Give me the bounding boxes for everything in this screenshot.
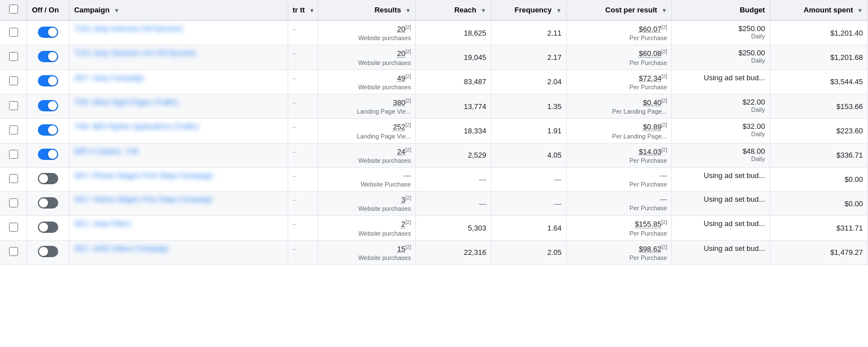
campaign-name[interactable]: T101 Jeep Stacked LA4 CM Dynamic [74,49,221,57]
select-all-checkbox[interactable] [9,5,18,14]
campaign-cell: 401+ Videos Wagon First Steps Campaign [70,191,288,215]
frequency-cell: 1.35 [491,94,566,118]
row-toggle-cell [27,167,70,191]
results-sort-icon[interactable]: ▼ [405,7,411,14]
campaign-name[interactable]: 401+ Jeep Filters [74,219,221,228]
row-checkbox[interactable] [9,247,18,256]
row-toggle-cell [27,20,70,45]
campaign-toggle[interactable] [38,149,58,160]
frequency-sort-icon[interactable]: ▼ [556,7,562,14]
campaign-toggle[interactable] [38,100,58,111]
reach-cell: 2,529 [416,143,491,167]
results-value: 15 [397,245,405,253]
campaign-toggle[interactable] [38,75,58,86]
budget-cell: Using ad set bud... [672,70,770,94]
row-checkbox[interactable] [9,125,18,135]
cost-badge: [2] [661,73,667,79]
results-header-label: Results [375,6,401,14]
row-checkbox[interactable] [9,198,18,207]
row-checkbox[interactable] [9,52,18,61]
row-toggle-cell [27,45,70,70]
campaign-name[interactable]: T48+ Meta Night Pages (Traffic) [74,98,221,106]
amount-spent-cell: $0.00 [770,167,867,191]
results-badge: [2] [405,24,411,30]
results-cell: 20[2]Website purchases [318,45,415,70]
amount-spent-value: $1,201.40 [830,29,863,37]
campaign-toggle[interactable] [38,246,58,257]
cost-per-result-cell: $0.89[2]Per Landing Page... [566,119,672,143]
row-checkbox[interactable] [9,223,18,232]
campaign-sort-icon[interactable]: ▼ [114,7,120,14]
campaign-toggle[interactable] [38,222,58,233]
cost-per-result-cell: $72.34[2]Per Purchase [566,70,672,94]
budget-header-label: Budget [740,6,765,14]
amount-sort-icon[interactable]: ▼ [857,7,863,14]
frequency-cell: 2.04 [491,70,566,94]
budget-value: Using ad set bud... [676,195,765,203]
toggle-knob [48,28,57,37]
campaign-name[interactable]: 401+ Photos Wagon First Steps Campaign [74,171,221,180]
campaign-name[interactable]: 401+ 1000 Videos Campaign [74,244,221,253]
row-checkbox[interactable] [9,101,18,110]
campaign-toggle[interactable] [38,27,58,38]
amount-spent-cell: $336.71 [770,143,867,167]
reach-cell: 83,487 [416,70,491,94]
row-checkbox[interactable] [9,76,18,85]
campaign-name[interactable]: T101 Jeep Interests CM Dynamic [74,24,221,33]
campaign-toggle[interactable] [38,197,58,209]
row-checkbox[interactable] [9,150,18,159]
toggle-knob [39,198,48,207]
cost-label: Per Purchase [571,157,667,164]
truncated-cell: .. [288,20,318,45]
row-toggle-cell [27,119,70,143]
cost-sort-icon[interactable]: ▼ [661,7,667,14]
campaign-name[interactable]: 401+ Videos Wagon First Steps Campaign [74,195,221,203]
results-label: Website purchases [323,230,411,237]
campaign-name[interactable]: 80P-H (Sales) - CM [74,147,221,155]
cost-value: — [571,195,667,203]
row-checkbox[interactable] [9,174,18,183]
frequency-cell: 1.91 [491,119,566,143]
amount-spent-cell: $153.66 [770,94,867,118]
campaign-toggle[interactable] [38,51,58,62]
reach-sort-icon[interactable]: ▼ [481,7,487,14]
reach-cell: — [416,167,491,191]
budget-value: Using ad set bud... [676,219,765,228]
cost-badge: [2] [661,98,667,103]
campaign-toggle[interactable] [38,173,58,184]
campaign-toggle[interactable] [38,124,58,136]
reach-value: 22,316 [464,248,487,257]
truncated-sort-icon[interactable]: ▼ [309,7,315,14]
cost-value: — [571,171,667,180]
toggle-header-label: Off / On [32,6,59,14]
cost-label: Per Purchase [571,254,667,261]
results-number: 2[2] [323,219,411,228]
results-label: Website purchases [323,59,411,66]
row-checkbox[interactable] [9,28,18,37]
campaign-cell: 401+ Photos Wagon First Steps Campaign [70,167,288,191]
campaign-name[interactable]: 401+ Jeep Campaign [74,73,221,82]
results-label: Website purchases [323,84,411,90]
reach-value: 18,334 [464,127,487,135]
truncated-header: tr tt ▼ [288,0,318,20]
budget-cell: Using ad set bud... [672,216,770,240]
reach-header: Reach ▼ [416,0,491,20]
frequency-cell: 2.17 [491,45,566,70]
cost-badge: [2] [661,219,667,225]
cost-label: Per Purchase [571,84,667,90]
row-checkbox-cell [0,143,27,167]
results-value: 20 [397,50,405,58]
amount-spent-cell: $1,201.68 [770,45,867,70]
row-toggle-cell [27,70,70,94]
frequency-cell: 4.05 [491,143,566,167]
amount-spent-value: $223.60 [836,127,863,135]
budget-period: Daily [676,106,765,113]
cost-value: $72.34[2] [571,73,667,83]
amount-spent-cell: $1,479.27 [770,240,867,264]
campaign-name[interactable]: T48+ $65 Fighter Applications (Traffic) [74,122,221,131]
reach-value: 5,303 [468,224,487,232]
results-number: 49[2] [323,73,411,83]
budget-cell: $250.00Daily [672,20,770,45]
results-number: 15[2] [323,244,411,253]
cost-label: Per Purchase [571,59,667,66]
